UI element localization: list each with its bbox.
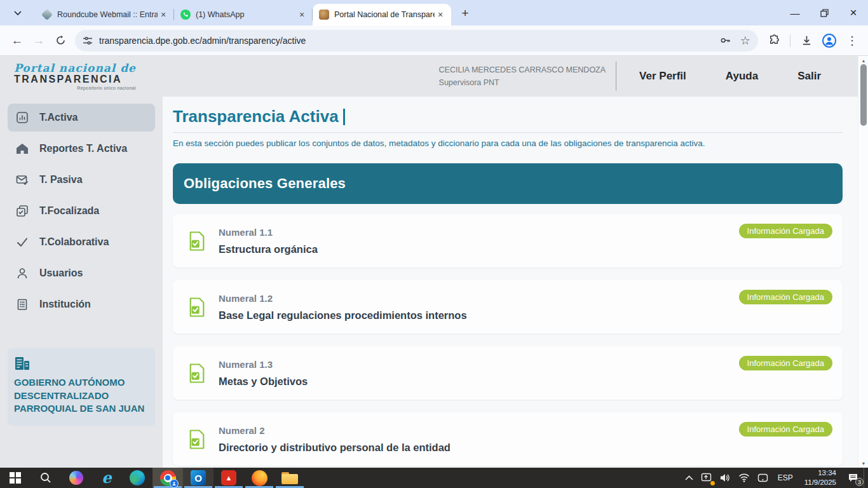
page-viewport: Portal nacional de TRANSPARENCIA Reposit… xyxy=(0,56,868,468)
profile-avatar-icon[interactable] xyxy=(820,31,839,50)
taskbar-edge-button[interactable] xyxy=(122,468,153,488)
windows-logo-icon xyxy=(10,472,21,484)
scrollbar-thumb[interactable] xyxy=(860,64,867,126)
sidebar-item-label: T. Pasiva xyxy=(39,174,83,186)
language-indicator[interactable]: ESP xyxy=(772,473,799,482)
institution-card: GOBIERNO AUTÓNOMO DESCENTRALIZADO PARROQ… xyxy=(8,348,155,426)
downloads-icon[interactable] xyxy=(797,31,816,50)
obligation-card-1-2[interactable]: Numeral 1.2 Base Legal regulaciones proc… xyxy=(173,280,843,334)
taskbar-internet-explorer-button[interactable]: e xyxy=(92,468,122,488)
sidebar-item-institucion[interactable]: Institución xyxy=(8,290,155,318)
tab-close-icon[interactable]: × xyxy=(158,9,169,20)
restore-button[interactable] xyxy=(810,0,839,25)
mail-check-icon xyxy=(15,173,29,187)
portal-favicon-icon xyxy=(319,10,329,20)
status-badge: Información Cargada xyxy=(739,224,832,238)
ver-perfil-link[interactable]: Ver Perfil xyxy=(639,70,686,83)
ayuda-link[interactable]: Ayuda xyxy=(726,70,758,83)
close-button[interactable]: × xyxy=(839,0,868,25)
scroll-down-arrow[interactable]: ▼ xyxy=(858,459,868,468)
sidebar-item-t-activa[interactable]: T.Activa xyxy=(8,104,155,132)
taskbar-acrobat-button[interactable]: ▲ xyxy=(214,468,244,488)
logo-sub-text: Repositorio único nacional xyxy=(14,86,136,90)
taskbar-chrome-button[interactable] xyxy=(153,468,183,488)
copy-check-icon xyxy=(15,204,29,218)
institution-building-icon xyxy=(14,356,31,371)
sidebar-item-t-focalizada[interactable]: T.Focalizada xyxy=(8,197,155,225)
tab-title: Roundcube Webmail :: Entrada xyxy=(57,10,158,19)
building-icon xyxy=(15,297,29,311)
obligation-card-1-1[interactable]: Numeral 1.1 Estructura orgánica Informac… xyxy=(173,214,843,268)
taskbar-search-button[interactable] xyxy=(31,468,61,488)
sidebar-item-label: Institución xyxy=(39,299,91,310)
show-desktop-button[interactable] xyxy=(864,468,867,488)
section-title: Obligaciones Generales xyxy=(184,175,346,192)
logo-script-text: Portal nacional de xyxy=(14,63,136,74)
back-button[interactable]: ← xyxy=(6,30,28,51)
status-badge: Información Cargada xyxy=(739,356,832,370)
extensions-icon[interactable] xyxy=(764,31,783,50)
scroll-up-arrow[interactable]: ▲ xyxy=(858,56,868,65)
section-banner: Obligaciones Generales xyxy=(173,163,843,204)
institution-name: GOBIERNO AUTÓNOMO DESCENTRALIZADO PARROQ… xyxy=(14,376,147,416)
page-scrollbar[interactable]: ▲ ▼ xyxy=(858,56,868,468)
tab-roundcube[interactable]: Roundcube Webmail :: Entrada × xyxy=(36,4,174,25)
window-controls: — × xyxy=(780,0,868,25)
reload-button[interactable] xyxy=(50,30,71,51)
password-key-icon[interactable] xyxy=(719,34,731,46)
taskbar-outlook-button[interactable]: O xyxy=(183,468,214,488)
bookmark-star-icon[interactable]: ☆ xyxy=(740,34,750,48)
action-center-icon[interactable]: 3 xyxy=(842,468,864,488)
new-tab-button[interactable]: + xyxy=(456,4,474,22)
system-tray: ESP 13:34 11/9/2025 3 xyxy=(681,468,868,488)
minimize-button[interactable]: — xyxy=(780,0,810,25)
page-title: Transparencia Activa xyxy=(173,107,339,126)
outlook-icon: O xyxy=(191,470,206,485)
tray-chevron-up-icon[interactable] xyxy=(681,468,697,488)
sidebar-item-label: Reportes T. Activa xyxy=(39,143,127,154)
obligation-card-2[interactable]: Numeral 2 Directorio y distributivo pers… xyxy=(173,412,843,466)
document-check-icon xyxy=(188,363,206,384)
obligation-title: Metas y Objetivos xyxy=(219,376,308,388)
taskbar-file-explorer-button[interactable] xyxy=(275,468,305,488)
url-bar[interactable]: transparencia.dpe.gob.ec/admin/transpare… xyxy=(75,30,758,51)
tray-speaker-icon[interactable] xyxy=(715,468,735,488)
tray-wifi-icon[interactable] xyxy=(735,468,754,488)
tray-date: 11/9/2025 xyxy=(804,478,836,487)
firefox-icon xyxy=(252,470,268,486)
tab-portal-active[interactable]: Portal Nacional de Transparenc × xyxy=(313,4,451,25)
tab-whatsapp[interactable]: (1) WhatsApp × xyxy=(174,4,313,25)
tray-display-connect-icon[interactable] xyxy=(754,468,772,488)
sidebar-item-usuarios[interactable]: Usuarios xyxy=(8,259,155,287)
browser-menu-icon[interactable]: ⋮ xyxy=(843,31,862,50)
taskbar-copilot-button[interactable] xyxy=(61,468,92,488)
roundcube-favicon-icon xyxy=(41,9,53,20)
tab-search-button[interactable] xyxy=(9,4,27,22)
logo-main-text: TRANSPARENCIA xyxy=(14,74,136,85)
obligation-title: Estructura orgánica xyxy=(219,243,318,255)
chevron-down-icon xyxy=(14,11,22,16)
tab-close-icon[interactable]: × xyxy=(435,9,446,20)
acrobat-icon: ▲ xyxy=(221,470,236,485)
browser-toolbar: ← → transparencia.dpe.gob.ec/admin/trans… xyxy=(0,25,868,56)
sidebar-item-t-colaborativa[interactable]: T.Colaborativa xyxy=(8,228,155,256)
restore-icon xyxy=(820,9,829,17)
file-explorer-icon xyxy=(281,472,298,484)
forward-button[interactable]: → xyxy=(28,30,50,51)
sidebar-item-t-pasiva[interactable]: T. Pasiva xyxy=(8,166,155,194)
tray-sync-notification-icon[interactable] xyxy=(697,468,715,488)
salir-link[interactable]: Salir xyxy=(797,70,821,83)
browser-titlebar: Roundcube Webmail :: Entrada × (1) Whats… xyxy=(0,0,868,25)
obligation-title: Directorio y distributivo personal de la… xyxy=(219,442,451,454)
tab-list: Roundcube Webmail :: Entrada × (1) Whats… xyxy=(36,0,451,25)
document-check-icon xyxy=(188,231,206,252)
taskbar-firefox-button[interactable] xyxy=(244,468,275,488)
sidebar-item-label: T.Colaborativa xyxy=(39,236,109,248)
tab-close-icon[interactable]: × xyxy=(296,9,308,20)
site-settings-icon[interactable] xyxy=(83,36,93,46)
url-input[interactable]: transparencia.dpe.gob.ec/admin/transpare… xyxy=(99,36,719,46)
sidebar-item-reportes-t-activa[interactable]: Reportes T. Activa xyxy=(8,135,155,163)
start-button[interactable] xyxy=(0,468,31,488)
obligation-card-1-3[interactable]: Numeral 1.3 Metas y Objetivos Informació… xyxy=(173,346,843,400)
clock[interactable]: 13:34 11/9/2025 xyxy=(799,468,842,487)
